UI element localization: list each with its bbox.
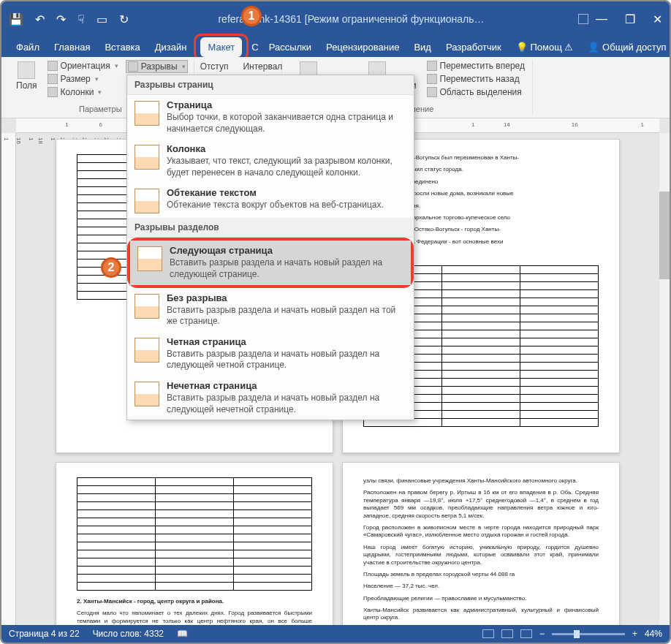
breaks-dropdown: Разрывы страниц СтраницаВыбор точки, в к… xyxy=(126,75,414,420)
tab-review[interactable]: Рецензирование xyxy=(319,37,406,57)
page-4[interactable]: узлы связи, финансовые учреждения Ханты-… xyxy=(342,462,620,625)
title-bar: 💾 ↶ ↷ ☟ ▭ ↻ referatbank-14361 [Режим огр… xyxy=(1,1,670,37)
callout-1-ring: Макет xyxy=(194,34,249,61)
window-controls: — ❐ ✕ xyxy=(596,12,662,26)
break-page-item[interactable]: СтраницаВыбор точки, в которой заканчива… xyxy=(127,95,414,139)
zoom-slider-knob[interactable] xyxy=(574,630,580,638)
doc-text: Население — 37,2 тыс. чел. xyxy=(363,583,599,590)
zoom-level[interactable]: 44% xyxy=(645,629,662,639)
column-break-icon xyxy=(134,145,159,170)
tab-design[interactable]: Дизайн xyxy=(148,37,194,57)
tab-file[interactable]: Файл xyxy=(9,37,47,57)
repeat-icon[interactable]: ↻ xyxy=(119,12,129,26)
vertical-ruler[interactable]: 116118120122124126 xyxy=(1,133,16,625)
orientation-button[interactable]: Ориентация▾ xyxy=(46,60,120,72)
touch-icon[interactable]: ☟ xyxy=(77,12,85,26)
document-title: referatbank-14361 [Режим ограниченной фу… xyxy=(129,13,574,25)
continuous-break-icon xyxy=(134,294,159,319)
break-continuous-item[interactable]: Без разрываВставить разрыв раздела и нач… xyxy=(127,288,414,332)
spellcheck-icon[interactable]: 📖 xyxy=(177,629,188,639)
size-button[interactable]: Размер▾ xyxy=(46,73,120,85)
zoom-slider[interactable] xyxy=(552,633,625,635)
tab-view[interactable]: Вид xyxy=(406,37,439,57)
selection-pane-button[interactable]: Область выделения xyxy=(425,86,526,98)
tab-home[interactable]: Главная xyxy=(47,37,97,57)
doc-text: узлы связи, финансовые учреждения Ханты-… xyxy=(363,477,599,485)
zoom-out-button[interactable]: − xyxy=(539,629,545,639)
quick-access-toolbar: 💾 ↶ ↷ ☟ ▭ ↻ xyxy=(9,12,129,26)
page-3[interactable]: 2. Ханты-Мансийск - город, центр округа … xyxy=(56,462,333,625)
text-wrap-break-icon xyxy=(134,189,159,213)
odd-page-break-icon xyxy=(134,382,159,406)
breaks-button[interactable]: Разрывы▾ xyxy=(126,60,188,73)
doc-text: Преобладающие религии — православие и му… xyxy=(363,595,599,602)
read-mode-button[interactable] xyxy=(482,629,494,638)
indent-label: Отступ xyxy=(200,61,229,72)
close-button[interactable]: ✕ xyxy=(653,12,662,26)
callout-badge-1: 1 xyxy=(241,6,262,26)
even-page-break-icon xyxy=(134,338,159,363)
new-icon[interactable]: ▭ xyxy=(96,12,107,26)
margins-button[interactable]: Поля xyxy=(13,60,40,98)
break-wrap-item[interactable]: Обтекание текстомОбтекание текста вокруг… xyxy=(127,183,414,218)
tab-mailings[interactable]: Рассылки xyxy=(262,37,319,57)
save-icon[interactable]: 💾 xyxy=(9,12,23,26)
spacing-label: Интервал xyxy=(243,61,282,72)
break-odd-page-item[interactable]: Нечетная страницаВставить разрыв раздела… xyxy=(127,376,414,420)
web-layout-button[interactable] xyxy=(520,629,532,638)
doc-text: Расположен на правом берегу р. Иртыш в 1… xyxy=(363,489,599,520)
minimize-button[interactable]: — xyxy=(596,12,607,26)
ribbon-tabs: Файл Главная Вставка Дизайн Макет С Расс… xyxy=(1,37,670,57)
doc-text: Наш город имеет богатую историю, уникаль… xyxy=(363,544,599,567)
doc-text: Сегодня мало что напоминает о тех далеки… xyxy=(77,610,312,625)
columns-button[interactable]: Колонки▾ xyxy=(46,86,120,98)
tab-hidden[interactable]: С xyxy=(249,37,261,57)
page-status[interactable]: Страница 4 из 22 xyxy=(9,629,80,639)
print-layout-button[interactable] xyxy=(501,629,513,638)
next-page-break-icon xyxy=(137,246,162,271)
tab-layout[interactable]: Макет xyxy=(200,37,242,57)
doc-text: Площадь земель в пределах городской черт… xyxy=(363,571,599,578)
share-button[interactable]: 👤 Общий доступ xyxy=(580,37,671,57)
tab-developer[interactable]: Разработчик xyxy=(439,37,509,57)
callout-badge-2: 2 xyxy=(101,257,121,278)
page-break-icon xyxy=(134,101,159,126)
maximize-button[interactable]: ❐ xyxy=(625,12,635,26)
word-count[interactable]: Число слов: 4332 xyxy=(93,629,164,639)
break-column-item[interactable]: КолонкаУказывает, что текст, следующий з… xyxy=(127,139,414,183)
dropdown-section-section-breaks: Разрывы разделов xyxy=(127,218,414,238)
scrollbar-thumb[interactable] xyxy=(659,192,670,279)
table-empty-3[interactable] xyxy=(77,477,312,591)
break-next-page-item[interactable]: Следующая страницаВставить разрыв раздел… xyxy=(130,240,411,284)
bring-forward-button[interactable]: Переместить вперед xyxy=(425,60,526,72)
dropdown-section-page-breaks: Разрывы страниц xyxy=(127,75,414,95)
status-bar: Страница 4 из 22 Число слов: 4332 📖 − + … xyxy=(1,625,670,643)
callout-2-ring: Следующая страницаВставить разрыв раздел… xyxy=(127,238,414,287)
undo-icon[interactable]: ↶ xyxy=(35,12,45,26)
vertical-scrollbar[interactable] xyxy=(659,133,670,625)
zoom-in-button[interactable]: + xyxy=(632,629,637,639)
redo-icon[interactable]: ↷ xyxy=(56,12,66,26)
doc-text: Город расположен в живописном месте в че… xyxy=(363,524,599,539)
send-backward-button[interactable]: Переместить назад xyxy=(425,73,526,85)
tab-insert[interactable]: Вставка xyxy=(97,37,147,57)
doc-text: Ханты-Мансийск развивается как администр… xyxy=(363,607,599,622)
ribbon-options-icon[interactable] xyxy=(578,14,588,24)
break-even-page-item[interactable]: Четная страницаВставить разрыв раздела и… xyxy=(127,332,414,376)
doc-heading: 2. Ханты-Мансийск - город, центр округа … xyxy=(77,598,312,605)
tab-help[interactable]: 💡 Помощ ⚠ xyxy=(509,37,581,57)
